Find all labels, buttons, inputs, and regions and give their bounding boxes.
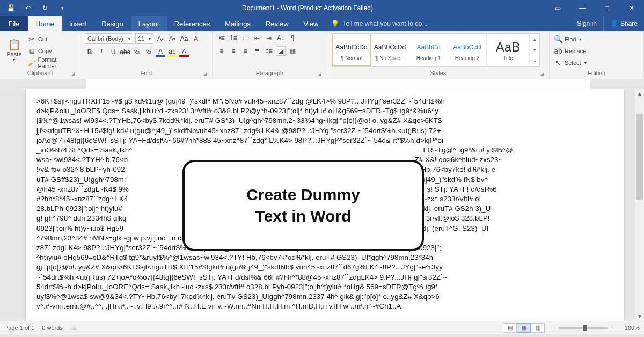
show-marks-button[interactable]: ¶ <box>288 33 297 43</box>
select-button[interactable]: ↖Select▾ <box>554 58 587 68</box>
tab-file[interactable]: File <box>0 16 28 31</box>
borders-button[interactable]: ▦ <box>288 46 297 56</box>
scroll-track[interactable] <box>635 98 644 312</box>
print-layout-button[interactable]: ▦ <box>517 323 531 333</box>
chevron-down-icon: ▾ <box>61 5 64 11</box>
grow-font-button[interactable]: A▴ <box>156 34 165 43</box>
title-bar: 💾 ↶ ↻ ▾ Document1 - Word (Product Activa… <box>0 0 644 16</box>
share-button[interactable]: 👤 Share <box>603 16 644 31</box>
superscript-button[interactable]: x2 <box>144 47 153 57</box>
horizontal-ruler[interactable] <box>0 79 644 89</box>
style-heading-1[interactable]: AaBbCc Heading 1 <box>409 34 448 66</box>
font-size-combo[interactable]: 11▾ <box>135 33 153 44</box>
callout-text: Create Dummy Text in Word <box>246 184 360 228</box>
style-heading-2[interactable]: AaBbCcD Heading 2 <box>448 34 487 66</box>
tell-me-box[interactable]: 💡 Tell me what you want to do... <box>326 16 427 31</box>
dialog-launcher-icon[interactable]: ◢ <box>71 70 75 78</box>
replace-button[interactable]: abReplace <box>554 46 587 56</box>
tab-review[interactable]: Review <box>258 16 296 31</box>
bold-button[interactable]: B <box>85 47 94 57</box>
style-preview: AaB <box>496 39 520 55</box>
minimize-button[interactable]: — <box>570 0 595 16</box>
style-title[interactable]: AaB Title <box>487 34 530 66</box>
line-spacing-button[interactable]: ‡≡ <box>264 46 274 56</box>
ribbon-display-icon: ▭ <box>555 4 561 12</box>
styles-gallery-more[interactable]: ▴ ▾ ⌄ <box>530 34 539 66</box>
style-normal[interactable]: AaBbCcDd ¶ Normal <box>332 34 371 66</box>
numbering-button[interactable]: 1≡ <box>229 33 238 43</box>
style-preview: AaBbCc <box>416 39 440 55</box>
chevron-down-icon: ▾ <box>149 36 151 41</box>
group-styles: AaBbCcDd ¶ Normal AaBbCcDd ¶ No Spac... … <box>327 31 550 79</box>
multilevel-button[interactable]: ≔ <box>240 33 250 43</box>
align-center-button[interactable]: ≡ <box>229 46 238 56</box>
sort-button[interactable]: A↓ <box>276 33 286 43</box>
text-effects-button[interactable]: A <box>156 47 165 57</box>
style-name: Heading 2 <box>455 55 480 61</box>
decrease-indent-button[interactable]: ⇤ <box>252 33 262 43</box>
maximize-icon: □ <box>605 4 609 12</box>
tab-references[interactable]: References <box>167 16 217 31</box>
italic-button[interactable]: I <box>97 47 106 57</box>
font-name-combo[interactable]: Calibri (Body)▾ <box>85 33 133 44</box>
ribbon-display-button[interactable]: ▭ <box>545 0 570 16</box>
format-painter-button[interactable]: 🖌Format Painter <box>27 58 76 68</box>
dialog-launcher-icon[interactable]: ◢ <box>540 70 544 78</box>
zoom-slider-knob[interactable] <box>583 325 587 331</box>
save-button[interactable]: 💾 <box>3 0 18 16</box>
align-left-button[interactable]: ≡ <box>217 46 226 56</box>
find-button[interactable]: 🔍Find▾ <box>554 34 587 44</box>
maximize-button[interactable]: □ <box>595 0 619 16</box>
shrink-font-button[interactable]: A▾ <box>167 34 177 43</box>
increase-indent-button[interactable]: ⇥ <box>264 33 274 43</box>
page-indicator[interactable]: Page 1 of 1 <box>4 325 34 331</box>
tab-insert[interactable]: Insert <box>62 16 94 31</box>
group-font: Calibri (Body)▾ 11▾ A▴ A▾ Aa A̷ B I U ab… <box>80 31 213 79</box>
zoom-slider[interactable] <box>559 327 608 329</box>
underline-button[interactable]: U <box>108 47 118 57</box>
subscript-button[interactable]: x2 <box>132 47 142 57</box>
redo-button[interactable]: ↻ <box>38 0 53 16</box>
tab-layout[interactable]: Layout <box>131 16 167 31</box>
tab-view[interactable]: View <box>296 16 326 31</box>
align-right-button[interactable]: ≡ <box>240 46 250 56</box>
minimize-icon: — <box>579 4 586 12</box>
dialog-launcher-icon[interactable]: ◢ <box>203 70 207 78</box>
scroll-thumb[interactable] <box>636 114 643 200</box>
web-layout-button[interactable]: ▥ <box>531 323 545 333</box>
font-color-button[interactable]: A <box>179 47 189 57</box>
cut-button[interactable]: ✂Cut <box>27 34 76 44</box>
shading-button[interactable]: ◪ <box>276 46 286 56</box>
tab-mailings[interactable]: Mailings <box>217 16 258 31</box>
zoom-in-button[interactable]: + <box>611 325 614 331</box>
callout-line-2: Text in Word <box>255 207 352 225</box>
signin-link[interactable]: Sign in <box>570 16 603 31</box>
spellcheck-icon[interactable]: 📖 <box>70 324 78 331</box>
read-mode-button[interactable]: ▤ <box>503 323 517 333</box>
dialog-launcher-icon[interactable]: ◢ <box>318 70 321 78</box>
paste-button[interactable]: 📋 Paste ▾ <box>4 33 24 67</box>
style-no-spacing[interactable]: AaBbCcDd ¶ No Spac... <box>371 34 409 66</box>
zoom-controls: − + 100% <box>552 325 640 331</box>
chevron-down-icon: ▾ <box>13 57 15 62</box>
highlight-button[interactable]: ab <box>167 47 177 57</box>
tab-home[interactable]: Home <box>28 16 62 31</box>
bullets-button[interactable]: •≡ <box>217 33 226 43</box>
zoom-level[interactable]: 100% <box>617 325 640 331</box>
scroll-down-button[interactable]: ▼ <box>635 312 644 321</box>
close-button[interactable]: ✕ <box>619 0 644 16</box>
tab-design[interactable]: Design <box>94 16 130 31</box>
justify-button[interactable]: ≣ <box>252 46 262 56</box>
zoom-out-button[interactable]: − <box>552 325 555 331</box>
strikethrough-button[interactable]: abc <box>120 47 130 57</box>
undo-icon: ↶ <box>25 4 31 12</box>
clear-formatting-button[interactable]: A̷ <box>191 34 201 43</box>
word-count[interactable]: 0 words <box>42 325 63 331</box>
qat-customize-button[interactable]: ▾ <box>55 0 70 16</box>
undo-button[interactable]: ↶ <box>20 0 35 16</box>
scroll-up-button[interactable]: ▲ <box>635 89 644 98</box>
select-icon: ↖ <box>554 58 562 67</box>
copy-button[interactable]: ⧉Copy <box>27 46 76 56</box>
change-case-button[interactable]: Aa <box>179 34 189 43</box>
vertical-scrollbar[interactable]: ▲ ▼ <box>635 89 644 321</box>
